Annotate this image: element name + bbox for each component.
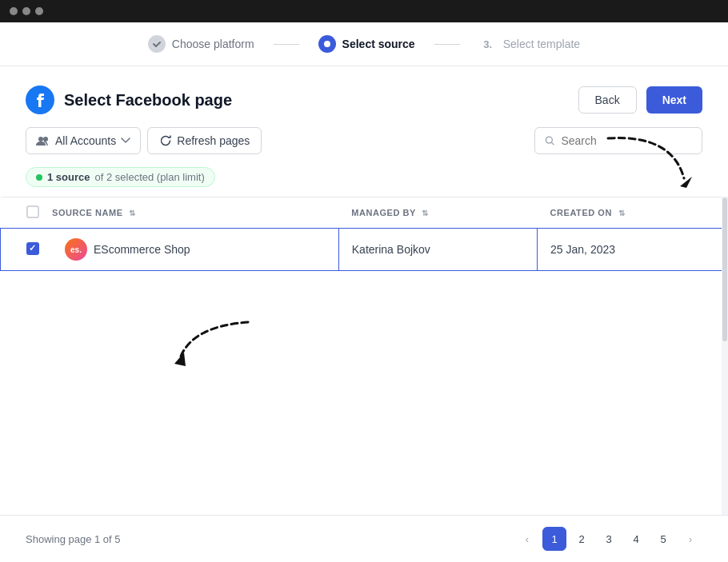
- page-next-button[interactable]: ›: [678, 527, 702, 551]
- page-button-3[interactable]: 3: [597, 527, 621, 551]
- step-check-icon: [148, 35, 166, 53]
- source-name-text: EScommerce Shop: [94, 243, 190, 256]
- sort-source-icon[interactable]: ⇅: [129, 209, 136, 217]
- next-button[interactable]: Next: [646, 86, 702, 114]
- row-checkbox-cell: [1, 229, 53, 271]
- title-bar: [0, 0, 728, 22]
- page-button-4[interactable]: 4: [624, 527, 648, 551]
- stepper: Choose platform Select source 3. Select …: [0, 22, 728, 66]
- search-input[interactable]: [561, 134, 692, 147]
- main-content: Select Facebook page Back Next All Accou…: [0, 66, 728, 562]
- col-managed-by: MANAGED BY ⇅: [338, 197, 537, 229]
- refresh-icon: [159, 134, 172, 147]
- page-button-1[interactable]: 1: [542, 527, 566, 551]
- showing-text: Showing page 1 of 5: [26, 533, 121, 545]
- col-checkbox: [1, 197, 53, 229]
- search-icon: [545, 135, 554, 146]
- sort-managed-icon[interactable]: ⇅: [422, 209, 429, 217]
- page-avatar: es.: [65, 238, 87, 261]
- header-actions: Back Next: [578, 86, 702, 114]
- table-row[interactable]: es. EScommerce Shop Katerina Bojkov 25 J…: [1, 229, 728, 271]
- status-bar: 1 source of 2 selected (plan limit): [0, 167, 728, 197]
- search-box[interactable]: [534, 127, 702, 154]
- step-select-template-label: Select template: [503, 38, 581, 50]
- step-number-icon: 3.: [479, 35, 497, 53]
- table-container: SOURCE NAME ⇅ MANAGED BY ⇅ CREATED ON ⇅: [0, 197, 728, 515]
- step-select-source-label: Select source: [342, 38, 415, 50]
- footer: Showing page 1 of 5 ‹ 1 2 3 4 5 ›: [0, 515, 728, 562]
- account-selector[interactable]: All Accounts: [26, 127, 141, 154]
- row-checkbox[interactable]: [26, 242, 39, 255]
- page-button-5[interactable]: 5: [651, 527, 675, 551]
- title-bar-dot-2: [22, 7, 30, 15]
- page-title: Select Facebook page: [64, 91, 232, 110]
- step-separator-2: [434, 44, 460, 45]
- step-separator-1: [274, 44, 299, 45]
- page-prev-button[interactable]: ‹: [515, 527, 539, 551]
- title-bar-dot-1: [10, 7, 18, 15]
- refresh-button[interactable]: Refresh pages: [147, 127, 262, 154]
- scroll-thumb[interactable]: [722, 197, 727, 341]
- refresh-label: Refresh pages: [177, 134, 250, 147]
- source-count: 1 source: [47, 171, 90, 183]
- green-dot: [36, 174, 42, 181]
- sources-table: SOURCE NAME ⇅ MANAGED BY ⇅ CREATED ON ⇅: [0, 197, 728, 271]
- row-managed-by: Katerina Bojkov: [338, 229, 537, 271]
- pagination: ‹ 1 2 3 4 5 ›: [515, 527, 702, 551]
- page-title-row: Select Facebook page: [26, 86, 232, 114]
- scrollbar[interactable]: [722, 197, 728, 515]
- step-choose-platform: Choose platform: [129, 35, 274, 53]
- table-header-row: SOURCE NAME ⇅ MANAGED BY ⇅ CREATED ON ⇅: [1, 197, 728, 229]
- account-label: All Accounts: [55, 134, 116, 147]
- svg-point-3: [43, 137, 48, 141]
- source-badge: 1 source of 2 selected (plan limit): [26, 167, 215, 187]
- accounts-icon: [36, 135, 50, 146]
- page-button-2[interactable]: 2: [570, 527, 594, 551]
- title-bar-dot-3: [35, 7, 43, 15]
- sort-created-icon[interactable]: ⇅: [618, 209, 626, 217]
- step-choose-platform-label: Choose platform: [172, 38, 254, 50]
- step-select-source: Select source: [299, 35, 434, 53]
- svg-point-2: [38, 137, 43, 141]
- col-created-on: CREATED ON ⇅: [538, 197, 728, 229]
- chevron-down-icon: [121, 138, 130, 144]
- col-source-name: SOURCE NAME ⇅: [52, 197, 338, 229]
- facebook-icon: [26, 86, 54, 114]
- toolbar-left: All Accounts Refresh pages: [26, 127, 262, 154]
- row-created-on: 25 Jan, 2023: [538, 229, 728, 271]
- step-select-template: 3. Select template: [460, 35, 600, 53]
- page-header: Select Facebook page Back Next: [0, 66, 728, 127]
- step-active-icon: [318, 35, 336, 53]
- back-button[interactable]: Back: [578, 86, 637, 114]
- select-all-checkbox[interactable]: [26, 205, 39, 218]
- row-source-name: es. EScommerce Shop: [52, 229, 338, 271]
- toolbar: All Accounts Refresh pages: [0, 127, 728, 167]
- source-suffix: of 2 selected (plan limit): [94, 171, 204, 183]
- table-body: es. EScommerce Shop Katerina Bojkov 25 J…: [1, 229, 728, 271]
